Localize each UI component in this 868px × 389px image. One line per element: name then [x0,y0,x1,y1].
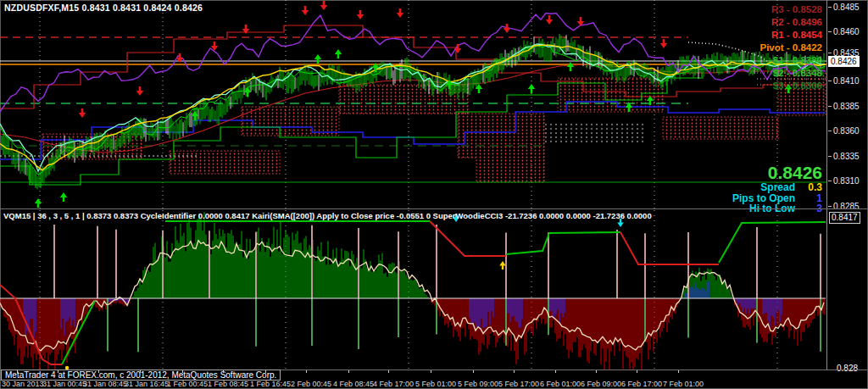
oscillator-histogram [1,212,825,370]
chart-title: NZDUSDFXF,M15 0.8431 0.8431 0.8424 0.842… [4,3,203,13]
indicator-values-header: VQM15 | 36 , 3 , 5 , 1 | 0.8373 0.8373 C… [3,211,652,220]
time-axis-label: 6 Feb 17:00 [621,380,662,388]
time-axis-tick [555,370,556,373]
time-axis-label: 5 Feb 09:00 [458,380,498,388]
volume-spikes [54,225,821,352]
price-axis-label: 0.8410 [833,76,860,86]
time-axis-tick [98,370,99,373]
time-axis-tick [58,370,58,373]
time-axis-tick [348,370,349,373]
time-axis-label: 1 Feb 00:45 [167,380,208,388]
price-axis-label: 0.8285 [833,202,860,211]
pivot-levels-panel: R3 - 0.8528R2 - 0.8496R1 - 0.8454Pivot -… [760,3,822,92]
time-axis-label: 7 Feb 01:00 [663,380,704,388]
time-axis-label: 30 Jan 2013 [2,380,44,388]
time-axis-tick [182,370,183,373]
price-axis-label: 0.8360 [833,126,860,136]
spread-label: Spread [760,181,795,193]
price-axis-label: 0.8310 [833,176,860,186]
main-price-chart[interactable] [0,0,826,209]
time-axis-tick [514,370,515,373]
time-axis-tick [388,370,389,373]
price-axis-label: 0.8335 [833,152,860,161]
time-axis-label: 1 Feb 08:45 [208,380,248,388]
price-axis-label: 0.8435 [833,48,860,58]
time-axis-tick [306,370,307,373]
pane-divider[interactable] [0,208,868,209]
indicator-axis-bottom-label: 0.828 [837,364,858,373]
pivot-level-row: $2 - 0.8348 [760,67,822,80]
time-axis-label: 6 Feb 01:00 [540,380,581,388]
current-price: 0.8426 [732,164,822,182]
time-axis-label: 5 Feb 17:00 [498,380,539,388]
spread-value: 0.3 [800,182,822,193]
time-axis-tick [473,370,474,373]
pivot-level-row: R1 - 0.8454 [760,29,822,42]
quote-info-panel: 0.8426 Spread0.3 Pips to Open1 Hi to Low… [732,164,822,214]
spread-row: Spread0.3 [732,182,822,193]
time-axis-label: 2 Feb 00:45 [291,380,331,388]
time-axis-tick [223,370,224,373]
pivot-level-row: R2 - 0.8496 [760,16,822,29]
time-axis-label: 4 Feb 08:45 [333,380,374,388]
time-axis-tick [596,370,597,373]
pivot-level-row: $1 - 0.8380 [760,54,822,67]
time-axis-label: 31 Jan 00:45 [42,380,86,388]
price-axis[interactable]: 0.8426 0.8417 0.828 0.84850.84600.84350.… [826,0,868,370]
time-axis-label: 6 Feb 09:00 [581,380,621,388]
oscillator-indicator-chart[interactable] [0,210,826,370]
time-axis-tick [678,370,679,373]
time-axis-tick [140,370,141,373]
time-axis-tick [637,370,637,373]
indicator-last-value-box: 0.8417 [829,212,860,224]
indicator-arrows [65,214,624,370]
time-axis-tick [17,370,18,373]
price-axis-label: 0.8460 [833,27,860,36]
time-axis-label: 1 Feb 16:45 [250,380,291,388]
pivot-level-row: $3 - 0.8306 [760,80,822,92]
time-axis-label: 5 Feb 01:00 [415,380,456,388]
pivot-level-row: R3 - 0.8528 [760,3,822,16]
pivot-level-row: Pivot - 0.8422 [760,42,822,54]
time-axis-label: 4 Feb 17:00 [373,380,414,388]
mt4-chart-window: NZDUSDFXF,M15 0.8431 0.8431 0.8424 0.842… [0,0,868,389]
price-axis-label: 0.8485 [833,3,860,12]
price-axis-label: 0.8385 [833,102,860,111]
time-axis-tick [265,370,266,373]
time-axis-tick [431,370,431,373]
time-axis-label: 31 Jan 16:45 [125,380,169,388]
time-axis[interactable]: 30 Jan 201331 Jan 00:4531 Jan 08:4531 Ja… [0,379,868,389]
time-axis-label: 31 Jan 08:45 [83,380,127,388]
